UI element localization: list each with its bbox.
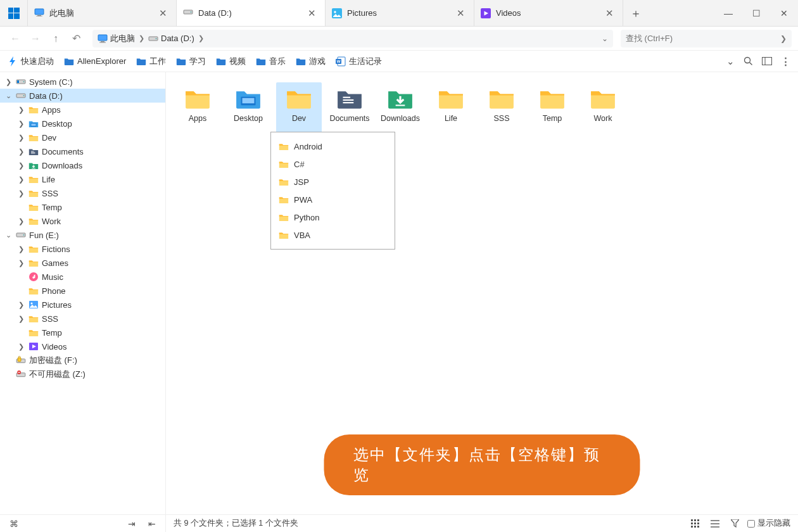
search-box[interactable]: ❯	[621, 30, 792, 48]
bookmark-item[interactable]: 学习	[176, 56, 206, 67]
expand-icon[interactable]: ❯	[16, 120, 25, 128]
content-area[interactable]: Apps Desktop Dev Documents Downloads Lif…	[166, 72, 798, 514]
tree-item[interactable]: ❯ Life	[0, 172, 165, 186]
collapse-button[interactable]: ⌄	[726, 56, 735, 67]
tree-item[interactable]: Phone	[0, 284, 165, 298]
tree-item[interactable]: ❯ SSS	[0, 186, 165, 200]
breadcrumb-item[interactable]: 此电脑	[98, 33, 135, 44]
tree-item[interactable]: ❯ Dev	[0, 130, 165, 144]
bookmark-item[interactable]: 工作	[136, 56, 166, 67]
preview-item[interactable]: PWA	[271, 191, 395, 208]
grid-view-icon[interactable]	[688, 519, 702, 528]
panel-icon[interactable]	[762, 57, 772, 65]
tree-item[interactable]: Temp	[0, 326, 165, 339]
expand-icon[interactable]: ❯	[16, 315, 25, 323]
folder-item[interactable]: Apps	[175, 82, 220, 133]
tree-item[interactable]: ❯ Apps	[0, 103, 165, 117]
expand-icon[interactable]: ❯	[16, 106, 25, 114]
minimize-button[interactable]: —	[714, 0, 742, 26]
tab-close-button[interactable]: ✕	[156, 8, 170, 19]
expand-icon[interactable]: ❯	[16, 343, 25, 351]
tree-item[interactable]: ❯ Desktop	[0, 117, 165, 130]
breadcrumb-dropdown[interactable]: ⌄	[602, 34, 608, 43]
folder-item[interactable]: Life	[428, 82, 474, 133]
chevron-right-icon[interactable]: ❯	[780, 34, 787, 43]
tree-item[interactable]: 不可用磁盘 (Z:)	[0, 367, 165, 381]
tree-item[interactable]: ❯ Fictions	[0, 242, 165, 256]
hotkey-icon[interactable]: ⌘	[6, 519, 22, 529]
maximize-button[interactable]: ☐	[742, 0, 770, 26]
tab-videos[interactable]: Videos ✕	[474, 0, 623, 26]
tree-item[interactable]: Temp	[0, 200, 165, 214]
tree-item[interactable]: ❯ Pictures	[0, 298, 165, 312]
undo-button[interactable]: ↶	[67, 30, 85, 48]
indent-right-icon[interactable]: ⇥	[125, 519, 139, 529]
expand-icon[interactable]: ❯	[16, 217, 25, 225]
new-tab-button[interactable]: ＋	[623, 0, 649, 26]
expand-icon[interactable]: ❯	[16, 189, 25, 198]
desktop-icon	[235, 87, 262, 109]
expand-icon[interactable]: ❯	[16, 301, 25, 309]
indent-left-icon[interactable]: ⇤	[145, 519, 159, 529]
expand-icon[interactable]: ❯	[16, 175, 25, 184]
tab-close-button[interactable]: ✕	[305, 8, 319, 19]
folder-item[interactable]: Dev	[276, 82, 322, 133]
expand-icon[interactable]: ⌄	[4, 231, 13, 239]
tab-data-d-[interactable]: Data (D:) ✕	[177, 0, 326, 26]
folder-item[interactable]: SSS	[479, 82, 524, 133]
expand-icon[interactable]: ⌄	[4, 92, 13, 100]
quick-launch[interactable]: 快速启动	[8, 56, 54, 67]
more-icon[interactable]: ⋮	[781, 56, 790, 67]
tree-item[interactable]: ❯ Downloads	[0, 158, 165, 172]
bookmark-item[interactable]: 视频	[216, 56, 246, 67]
preview-item[interactable]: C#	[271, 155, 395, 173]
tree-item[interactable]: Music	[0, 270, 165, 284]
expand-icon[interactable]: ❯	[16, 134, 25, 142]
tab--[interactable]: 此电脑 ✕	[28, 0, 177, 26]
expand-icon[interactable]: ❯	[16, 245, 25, 253]
folder-item[interactable]: Work	[580, 82, 626, 133]
tab-pictures[interactable]: Pictures ✕	[326, 0, 474, 26]
up-button[interactable]: ↑	[47, 30, 65, 48]
start-button[interactable]	[0, 0, 28, 26]
tree-item[interactable]: ❯ Videos	[0, 339, 165, 353]
list-view-icon[interactable]	[707, 520, 723, 528]
bookmark-item[interactable]: AllenExplorer	[64, 56, 126, 67]
preview-item[interactable]: Python	[271, 208, 395, 226]
close-window-button[interactable]: ✕	[770, 0, 798, 26]
show-hidden-toggle[interactable]: 显示隐藏	[747, 518, 790, 529]
sidebar-tree[interactable]: ❯ System (C:)⌄ Data (D:)❯ Apps❯ Desktop❯…	[0, 72, 166, 514]
filter-icon[interactable]	[728, 519, 742, 528]
bookmark-item[interactable]: W生活记录	[336, 56, 382, 67]
tree-item[interactable]: ⌄ Fun (E:)	[0, 228, 165, 242]
folder-item[interactable]: Downloads	[377, 82, 423, 133]
back-button[interactable]: ←	[6, 30, 24, 48]
folder-item[interactable]: Documents	[327, 82, 372, 133]
tree-item[interactable]: ❯ System (C:)	[0, 75, 165, 89]
breadcrumb[interactable]: 此电脑 ❯ Data (D:) ❯ ⌄	[92, 30, 613, 48]
tab-close-button[interactable]: ✕	[603, 8, 616, 19]
forward-button[interactable]: →	[27, 30, 44, 48]
tree-item[interactable]: ❯ SSS	[0, 312, 165, 326]
show-hidden-checkbox[interactable]	[747, 520, 755, 528]
tree-item[interactable]: 加密磁盘 (F:)	[0, 353, 165, 367]
tab-close-button[interactable]: ✕	[454, 8, 467, 19]
expand-icon[interactable]: ❯	[16, 162, 25, 170]
preview-item[interactable]: JSP	[271, 173, 395, 191]
tree-item[interactable]: ❯ Work	[0, 214, 165, 228]
folder-item[interactable]: Temp	[529, 82, 575, 133]
search-icon[interactable]	[744, 56, 753, 66]
bookmark-item[interactable]: 音乐	[256, 56, 286, 67]
tree-item[interactable]: ❯ Games	[0, 256, 165, 270]
expand-icon[interactable]: ❯	[4, 78, 13, 86]
search-input[interactable]	[626, 34, 780, 43]
preview-item[interactable]: VBA	[271, 226, 395, 244]
expand-icon[interactable]: ❯	[16, 259, 25, 267]
breadcrumb-item[interactable]: Data (D:)	[148, 34, 194, 44]
folder-item[interactable]: Desktop	[225, 82, 271, 133]
tree-item[interactable]: ❯ Documents	[0, 144, 165, 158]
preview-item[interactable]: Android	[271, 137, 395, 155]
expand-icon[interactable]: ❯	[16, 148, 25, 156]
bookmark-item[interactable]: 游戏	[296, 56, 326, 67]
tree-item[interactable]: ⌄ Data (D:)	[0, 89, 165, 103]
